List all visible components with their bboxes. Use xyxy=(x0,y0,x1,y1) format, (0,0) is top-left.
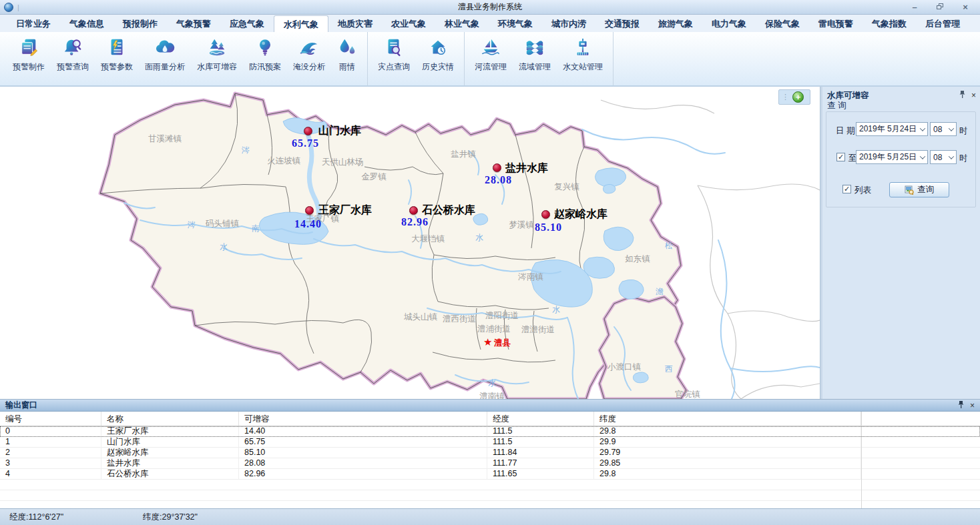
toolbar-reservoir-capacity[interactable]: 水库可增容 xyxy=(191,35,243,84)
reservoir-capacity-panel: 水库可增容 × 查 询 日 期 2019年 5月24日 08 时 ✓ 至 xyxy=(822,87,980,399)
menu-item-forestry[interactable]: 林业气象 xyxy=(435,16,489,32)
reservoir-value: 28.08 xyxy=(485,174,512,186)
table-edge xyxy=(861,412,862,508)
menu-item-traffic[interactable]: 交通预报 xyxy=(595,16,649,32)
alert-compose-icon xyxy=(19,37,39,57)
list-checkbox[interactable]: ✓ xyxy=(842,185,851,193)
toolbar-disaster-point-search[interactable]: 灾点查询 xyxy=(372,35,416,84)
pin-icon[interactable] xyxy=(958,400,964,410)
county-name-label: 澧县 xyxy=(494,338,511,349)
close-panel-icon[interactable]: × xyxy=(971,91,976,99)
menu-item-insurance[interactable]: 保险气象 xyxy=(756,16,809,32)
town-label: 城头山镇 xyxy=(404,312,437,323)
table-row[interactable]: 0 王家厂水库 14.40 111.5 29.8 xyxy=(0,426,980,437)
output-window: 输出窗口 × 编号 名称 可增容 经度 纬度 0 王家厂水库 14.40 111… xyxy=(0,399,980,508)
menu-item-emergency[interactable]: 应急气象 xyxy=(220,16,274,32)
toolbar-alert-compose[interactable]: 预警制作 xyxy=(7,35,51,84)
area-rain-analysis-icon xyxy=(155,37,175,57)
close-output-icon[interactable]: × xyxy=(970,402,975,410)
toolbar-alert-params[interactable]: 预警参数 xyxy=(95,35,139,84)
reservoir-value: 82.96 xyxy=(401,216,429,228)
toolbar-alert-search[interactable]: 预警查询 xyxy=(51,35,95,84)
town-label: 官垸镇 xyxy=(675,389,700,400)
menu-item-power[interactable]: 电力气象 xyxy=(702,16,756,32)
reservoir-marker[interactable] xyxy=(541,210,550,219)
toolbar-hydro-station-manage[interactable]: 水文站管理 xyxy=(557,35,609,84)
table-row[interactable]: 1 山门水库 65.75 111.5 29.9 xyxy=(0,437,980,448)
hour-unit-label: 时 xyxy=(959,153,968,164)
table-row[interactable]: 3 盐井水库 28.08 111.77 29.85 xyxy=(0,458,980,469)
output-table-header: 编号 名称 可增容 经度 纬度 xyxy=(0,412,980,426)
river-label: 澹 xyxy=(656,286,664,298)
minimize-button[interactable]: – xyxy=(909,3,920,12)
close-button[interactable]: × xyxy=(960,3,971,12)
chevron-down-icon xyxy=(946,151,956,163)
river-label: 涔 xyxy=(188,219,196,231)
drag-grip-icon[interactable]: ⋮ xyxy=(782,93,788,101)
toolbar-flood-plan[interactable]: 防汛预案 xyxy=(243,35,287,84)
town-label: 码头铺镇 xyxy=(206,218,239,229)
menu-item-lightning[interactable]: 雷电预警 xyxy=(809,16,863,32)
query-button[interactable]: 查询 xyxy=(889,182,949,197)
menu-item-weather-index[interactable]: 气象指数 xyxy=(863,16,916,32)
town-label: 涔南镇 xyxy=(518,272,543,283)
status-bar: 经度:112°6'27" 纬度:29°37'32" xyxy=(0,508,980,525)
toolbar-river-manage[interactable]: 河流管理 xyxy=(469,35,513,84)
toolbar-rain-info[interactable]: 雨情 xyxy=(331,35,363,84)
output-table: 编号 名称 可增容 经度 纬度 0 王家厂水库 14.40 111.5 29.8… xyxy=(0,412,980,508)
menu-item-admin[interactable]: 后台管理 xyxy=(916,16,969,32)
menu-item-geo-disaster[interactable]: 地质灾害 xyxy=(328,16,382,32)
restore-button[interactable] xyxy=(935,3,945,12)
to-hour-select[interactable]: 08 xyxy=(930,150,957,164)
county-star-icon: ★ xyxy=(483,337,492,347)
toolbar-disaster-history[interactable]: 历史灾情 xyxy=(416,35,460,84)
toolbar-area-rain-analysis[interactable]: 面雨量分析 xyxy=(139,35,191,84)
town-label: 澧澹街道 xyxy=(521,324,555,336)
to-date-select[interactable]: 2019年 5月25日 xyxy=(856,150,928,164)
column-header[interactable]: 纬度 xyxy=(594,412,861,426)
county-map xyxy=(0,87,820,399)
column-header[interactable]: 名称 xyxy=(101,412,239,426)
column-header[interactable]: 经度 xyxy=(487,412,594,426)
menu-item-weather-info[interactable]: 气象信息 xyxy=(60,16,113,32)
reservoir-name: 石公桥水库 xyxy=(422,203,475,217)
from-date-select[interactable]: 2019年 5月24日 xyxy=(856,122,928,136)
menu-bar: 日常业务 气象信息 预报制作 气象预警 应急气象 水利气象 地质灾害 农业气象 … xyxy=(0,15,980,32)
menu-item-hydrology-active[interactable]: 水利气象 xyxy=(274,15,328,32)
toolbar-group-alert: 预警制作 预警查询 预警参数 面雨量分析 水库可增容 防汛预案 xyxy=(3,32,368,85)
toolbar-basin-manage[interactable]: 流域管理 xyxy=(513,35,557,84)
reservoir-marker[interactable] xyxy=(493,163,501,172)
menu-item-urban-flood[interactable]: 城市内涝 xyxy=(542,16,595,32)
reservoir-marker[interactable] xyxy=(305,206,314,215)
column-header[interactable]: 可增容 xyxy=(239,412,487,426)
town-label: 甘溪滩镇 xyxy=(148,133,182,145)
pin-icon[interactable] xyxy=(959,90,965,100)
date-label: 日 期 xyxy=(836,125,854,137)
map-canvas[interactable]: 甘溪滩镇 火连坡镇 天供山林场 金罗镇 盐井镇 复兴镇 码头铺镇 王家厂镇 梦溪… xyxy=(0,87,820,399)
toolbar-inundation-analysis[interactable]: 淹没分析 xyxy=(287,35,331,84)
from-hour-select[interactable]: 08 xyxy=(930,122,957,136)
chevron-down-icon xyxy=(946,123,956,135)
map-toolbar: ⋮ + xyxy=(778,89,810,105)
basin-manage-icon xyxy=(525,37,545,57)
reservoir-marker[interactable] xyxy=(409,206,418,215)
output-window-header: 输出窗口 × xyxy=(0,400,980,412)
table-row[interactable]: 2 赵家峪水库 85.10 111.84 29.79 xyxy=(0,448,980,458)
reservoir-marker[interactable] xyxy=(304,127,312,135)
to-date-checkbox[interactable]: ✓ xyxy=(836,153,845,161)
table-row[interactable]: 4 石公桥水库 82.96 111.65 29.8 xyxy=(0,469,980,480)
menu-item-tourism[interactable]: 旅游气象 xyxy=(649,16,702,32)
menu-item-forecast-make[interactable]: 预报制作 xyxy=(113,16,167,32)
menu-item-daily[interactable]: 日常业务 xyxy=(7,16,60,32)
column-header[interactable]: 编号 xyxy=(0,412,101,426)
town-label: 天供山林场 xyxy=(322,157,364,168)
river-label: 水 xyxy=(488,378,496,389)
reservoir-name: 王家厂水库 xyxy=(318,203,372,217)
menu-item-weather-alert[interactable]: 气象预警 xyxy=(167,16,220,32)
query-button-icon xyxy=(905,185,914,195)
title-bar: | 澧县业务制作系统 – × xyxy=(0,0,980,15)
menu-item-agriculture[interactable]: 农业气象 xyxy=(382,16,435,32)
zoom-in-button[interactable]: + xyxy=(792,91,804,103)
menu-item-environment[interactable]: 环境气象 xyxy=(489,16,542,32)
town-label: 梦溪镇 xyxy=(509,219,534,231)
